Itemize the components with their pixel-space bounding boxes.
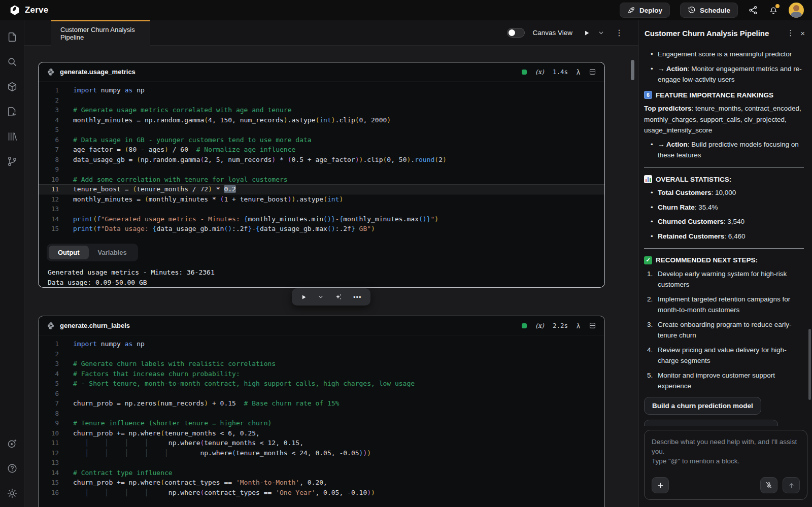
code-line[interactable]: 6# Data usage in GB - younger customers … bbox=[39, 135, 604, 145]
schedule-button[interactable]: Schedule bbox=[680, 3, 738, 18]
code-line[interactable]: 6 bbox=[39, 389, 604, 399]
panel-kebab-menu[interactable]: ⋮ bbox=[787, 28, 794, 38]
code-editor[interactable]: 1import numpy as np23# Generate usage me… bbox=[39, 82, 604, 236]
code-line[interactable]: 3# Generate usage metrics correlated wit… bbox=[39, 105, 604, 115]
settings-gear-icon[interactable] bbox=[7, 488, 18, 499]
code-line[interactable]: 10# Add some correlation with tenure for… bbox=[39, 175, 604, 185]
mic-muted-button[interactable] bbox=[760, 477, 777, 493]
brand: Zerve bbox=[9, 5, 48, 16]
run-all-button[interactable] bbox=[583, 29, 590, 37]
block-runtime: 1.4s bbox=[553, 68, 568, 76]
canvas-view-toggle[interactable] bbox=[507, 28, 525, 38]
help-icon[interactable] bbox=[7, 463, 18, 474]
chat-input[interactable]: Describe what you need help with, and I'… bbox=[644, 430, 807, 500]
block-result-tabs: Output Variables bbox=[47, 244, 138, 261]
code-line[interactable]: 4monthly_minutes = np.random.gamma(4, 15… bbox=[39, 115, 604, 125]
heading-text: OVERALL STATISTICS: bbox=[656, 174, 731, 185]
run-chevron-icon[interactable] bbox=[318, 294, 324, 300]
code-line[interactable]: 14# Contract type influence bbox=[39, 468, 604, 478]
strip-kebab-menu[interactable]: ⋮ bbox=[615, 28, 623, 38]
line-number: 6 bbox=[39, 389, 59, 399]
code-line[interactable]: 11tenure_boost = (tenure_months / 72) * … bbox=[39, 184, 604, 194]
left-sidebar bbox=[0, 20, 24, 507]
panel-scrollbar[interactable] bbox=[808, 329, 811, 400]
line-number: 1 bbox=[39, 339, 59, 349]
output-line: Data usage: 0.09-50.00 GB bbox=[48, 278, 595, 288]
code-line[interactable]: 13 bbox=[39, 204, 604, 214]
line-number: 9 bbox=[39, 164, 59, 175]
run-options-chevron-icon[interactable] bbox=[598, 29, 604, 36]
panel-section-heading: ✓RECOMMENDED NEXT STEPS: bbox=[644, 255, 804, 266]
send-button[interactable] bbox=[783, 477, 800, 493]
panel-header: Customer Churn Analysis Pipeline ⋮ × bbox=[639, 20, 812, 46]
lambda-icon[interactable]: λ bbox=[577, 68, 580, 76]
split-panel-icon[interactable] bbox=[589, 68, 596, 76]
panel-numbered-item: 2.Implement targeted retention campaigns… bbox=[644, 294, 804, 316]
block-title: generate.churn_labels bbox=[60, 322, 130, 329]
notifications-button[interactable] bbox=[768, 5, 779, 15]
code-line[interactable]: 13 bbox=[39, 458, 604, 468]
git-branch-icon[interactable] bbox=[7, 156, 18, 167]
block-header[interactable]: generate.churn_labels (x) 2.2s λ bbox=[39, 316, 604, 335]
code-line[interactable]: 7churn_prob = np.zeros(num_records) + 0.… bbox=[39, 398, 604, 409]
user-avatar[interactable] bbox=[789, 3, 804, 18]
panel-close-icon[interactable]: × bbox=[800, 29, 805, 38]
files-icon[interactable] bbox=[7, 31, 18, 43]
variables-fx-icon[interactable]: (x) bbox=[535, 68, 544, 76]
block-output: Generated usage metrics - Minutes: 36-23… bbox=[39, 261, 604, 288]
code-line[interactable]: 16 │ │ │ │ np.where(contract_types == 'O… bbox=[39, 488, 604, 498]
code-line[interactable]: 7age_factor = (80 - ages) / 60 # Normali… bbox=[39, 145, 604, 155]
code-editor[interactable]: 1import numpy as np23# Generate churn la… bbox=[39, 335, 604, 499]
tab-output[interactable]: Output bbox=[49, 246, 89, 259]
variables-fx-icon[interactable]: (x) bbox=[535, 322, 544, 329]
code-line[interactable]: 10churn_prob += np.where(tenure_months <… bbox=[39, 428, 604, 438]
run-block-button[interactable] bbox=[300, 294, 307, 300]
code-line[interactable]: 1import numpy as np bbox=[39, 85, 604, 95]
code-line[interactable]: 4# Factors that increase churn probabili… bbox=[39, 369, 604, 379]
suggested-action-button[interactable]: Create retention campaign targeting bbox=[644, 420, 778, 426]
toggle-knob bbox=[509, 29, 515, 36]
code-line[interactable]: 5# - Short tenure, month-to-month contra… bbox=[39, 379, 604, 389]
ai-sparkle-button[interactable] bbox=[334, 293, 343, 301]
code-line[interactable]: 15print(f"Data usage: {data_usage_gb.min… bbox=[39, 224, 604, 234]
code-line[interactable]: 3# Generate churn labels with realistic … bbox=[39, 359, 604, 369]
code-line[interactable]: 12monthly_minutes = (monthly_minutes * (… bbox=[39, 194, 604, 205]
share-button[interactable] bbox=[748, 5, 758, 15]
line-number: 11 bbox=[39, 438, 59, 448]
tab-customer-churn-pipeline[interactable]: Customer Churn Analysis Pipeline bbox=[51, 20, 150, 46]
line-number: 14 bbox=[39, 468, 59, 478]
code-line[interactable]: 5 bbox=[39, 125, 604, 135]
code-line[interactable]: 8data_usage_gb = (np.random.gamma(2, 5, … bbox=[39, 155, 604, 165]
canvas-scrollbar[interactable] bbox=[631, 60, 634, 80]
code-block-usage-metrics[interactable]: generate.usage_metrics (x) 1.4s λ 1impor… bbox=[38, 62, 605, 288]
code-line[interactable]: 2 bbox=[39, 349, 604, 359]
lambda-icon[interactable]: λ bbox=[577, 322, 580, 330]
library-icon[interactable] bbox=[7, 131, 18, 142]
code-line[interactable]: 9 bbox=[39, 164, 604, 175]
code-line[interactable]: 11 │ │ │ │ np.where(tenure_months < 12, … bbox=[39, 438, 604, 448]
code-block-churn-labels[interactable]: generate.churn_labels (x) 2.2s λ 1import… bbox=[38, 316, 605, 507]
canvas[interactable]: generate.usage_metrics (x) 1.4s λ 1impor… bbox=[24, 46, 638, 507]
code-line[interactable]: 14print(f"Generated usage metrics - Minu… bbox=[39, 214, 604, 224]
block-header[interactable]: generate.usage_metrics (x) 1.4s λ bbox=[39, 62, 604, 82]
panel-bullet-item: Retained Customers: 6,460 bbox=[644, 231, 804, 242]
more-options-button[interactable]: ••• bbox=[353, 293, 362, 301]
panel-numbered-item: 1.Develop early warning system for high-… bbox=[644, 268, 804, 290]
line-number: 8 bbox=[39, 409, 59, 419]
suggested-action-button[interactable]: Build a churn prediction model bbox=[644, 397, 761, 415]
split-panel-icon[interactable] bbox=[589, 322, 596, 329]
code-line[interactable]: 9# Tenure influence (shorter tenure = hi… bbox=[39, 418, 604, 428]
code-line[interactable]: 2 bbox=[39, 95, 604, 106]
code-line[interactable]: 8 bbox=[39, 409, 604, 419]
tab-variables[interactable]: Variables bbox=[89, 246, 136, 259]
packages-cube-icon[interactable] bbox=[7, 81, 18, 92]
add-attachment-button[interactable] bbox=[652, 477, 669, 493]
code-line[interactable]: 15churn_prob += np.where(contract_types … bbox=[39, 478, 604, 488]
code-line[interactable]: 12 │ │ │ │ │ np.where(tenure_months < 24… bbox=[39, 448, 604, 458]
code-line[interactable]: 1import numpy as np bbox=[39, 339, 604, 349]
ai-assistant-icon[interactable] bbox=[7, 438, 18, 449]
search-icon[interactable] bbox=[7, 56, 18, 67]
block-action-toolbar: ••• bbox=[292, 288, 370, 306]
deploy-button[interactable]: Deploy bbox=[620, 3, 670, 18]
file-import-icon[interactable] bbox=[7, 106, 18, 117]
